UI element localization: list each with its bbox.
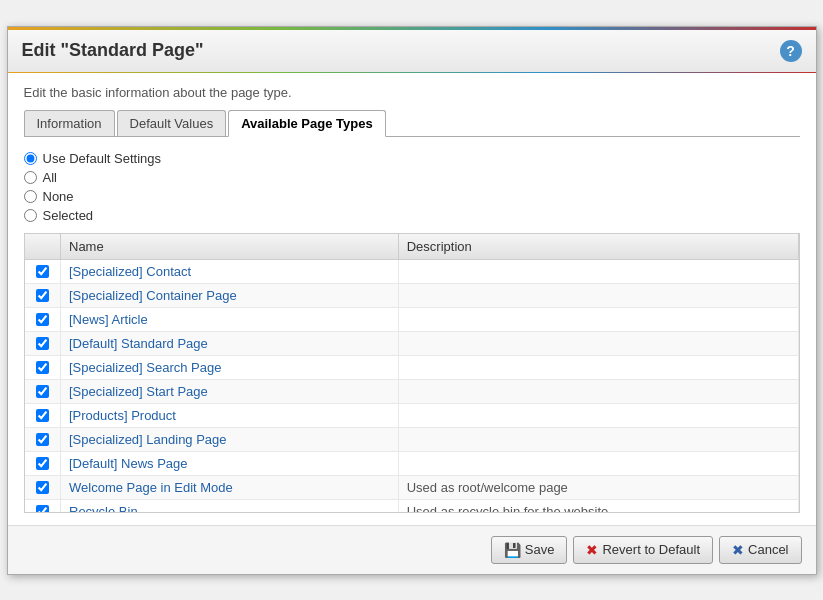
- row-description: [398, 307, 798, 331]
- col-header-checkbox: [25, 234, 61, 260]
- row-checkbox-cell: [25, 283, 61, 307]
- row-name: [Products] Product: [61, 403, 399, 427]
- dialog-footer: 💾 Save ✖ Revert to Default ✖ Cancel: [8, 525, 816, 574]
- table-row: [News] Article: [25, 307, 799, 331]
- row-name: [Default] Standard Page: [61, 331, 399, 355]
- col-header-description: Description: [398, 234, 798, 260]
- row-name: [Default] News Page: [61, 451, 399, 475]
- row-checkbox-cell: [25, 331, 61, 355]
- revert-label: Revert to Default: [602, 542, 700, 557]
- radio-all[interactable]: All: [24, 170, 800, 185]
- row-description: [398, 283, 798, 307]
- row-description: Used as root/welcome page: [398, 475, 798, 499]
- row-description: [398, 403, 798, 427]
- row-checkbox[interactable]: [36, 265, 49, 278]
- save-button[interactable]: 💾 Save: [491, 536, 568, 564]
- row-checkbox-cell: [25, 379, 61, 403]
- row-description: [398, 331, 798, 355]
- revert-icon: ✖: [586, 542, 598, 558]
- row-name: [Specialized] Contact: [61, 259, 399, 283]
- row-checkbox[interactable]: [36, 313, 49, 326]
- row-checkbox-cell: [25, 307, 61, 331]
- cancel-button[interactable]: ✖ Cancel: [719, 536, 801, 564]
- row-description: [398, 259, 798, 283]
- row-name: [Specialized] Search Page: [61, 355, 399, 379]
- row-checkbox[interactable]: [36, 433, 49, 446]
- cancel-icon: ✖: [732, 542, 744, 558]
- row-description: Used as recycle bin for the website: [398, 499, 798, 513]
- row-checkbox-cell: [25, 427, 61, 451]
- cancel-label: Cancel: [748, 542, 788, 557]
- dialog-title: Edit "Standard Page": [22, 40, 204, 61]
- tab-information[interactable]: Information: [24, 110, 115, 136]
- edit-dialog: Edit "Standard Page" ? Edit the basic in…: [7, 26, 817, 575]
- table-row: [Specialized] Start Page: [25, 379, 799, 403]
- row-name: [Specialized] Landing Page: [61, 427, 399, 451]
- dialog-subtitle: Edit the basic information about the pag…: [24, 85, 800, 100]
- row-checkbox[interactable]: [36, 337, 49, 350]
- table-row: [Default] News Page: [25, 451, 799, 475]
- revert-button[interactable]: ✖ Revert to Default: [573, 536, 713, 564]
- tab-available-page-types[interactable]: Available Page Types: [228, 110, 386, 137]
- help-icon[interactable]: ?: [780, 40, 802, 62]
- row-checkbox[interactable]: [36, 481, 49, 494]
- row-checkbox[interactable]: [36, 505, 49, 513]
- row-description: [398, 427, 798, 451]
- table-row: [Specialized] Landing Page: [25, 427, 799, 451]
- row-checkbox-cell: [25, 355, 61, 379]
- dialog-header: Edit "Standard Page" ?: [8, 27, 816, 73]
- row-checkbox[interactable]: [36, 361, 49, 374]
- row-checkbox-cell: [25, 403, 61, 427]
- radio-use-default[interactable]: Use Default Settings: [24, 151, 800, 166]
- table-row: [Products] Product: [25, 403, 799, 427]
- page-types-table: Name Description [Specialized] Contact[S…: [25, 234, 799, 513]
- row-name: [News] Article: [61, 307, 399, 331]
- table-row: [Specialized] Search Page: [25, 355, 799, 379]
- row-checkbox-cell: [25, 451, 61, 475]
- page-types-table-container: Name Description [Specialized] Contact[S…: [24, 233, 800, 513]
- dialog-body: Edit the basic information about the pag…: [8, 73, 816, 525]
- radio-selected[interactable]: Selected: [24, 208, 800, 223]
- row-name: Welcome Page in Edit Mode: [61, 475, 399, 499]
- tab-default-values[interactable]: Default Values: [117, 110, 227, 136]
- row-name: [Specialized] Start Page: [61, 379, 399, 403]
- row-checkbox-cell: [25, 259, 61, 283]
- row-checkbox[interactable]: [36, 409, 49, 422]
- row-checkbox[interactable]: [36, 385, 49, 398]
- table-row: Welcome Page in Edit ModeUsed as root/we…: [25, 475, 799, 499]
- row-name: Recycle Bin: [61, 499, 399, 513]
- row-description: [398, 355, 798, 379]
- table-header-row: Name Description: [25, 234, 799, 260]
- table-row: [Specialized] Contact: [25, 259, 799, 283]
- row-description: [398, 379, 798, 403]
- radio-group: Use Default Settings All None Selected: [24, 151, 800, 223]
- row-checkbox[interactable]: [36, 457, 49, 470]
- row-name: [Specialized] Container Page: [61, 283, 399, 307]
- save-label: Save: [525, 542, 555, 557]
- col-header-name: Name: [61, 234, 399, 260]
- table-row: [Specialized] Container Page: [25, 283, 799, 307]
- save-icon: 💾: [504, 542, 521, 558]
- row-checkbox-cell: [25, 475, 61, 499]
- row-checkbox[interactable]: [36, 289, 49, 302]
- table-row: Recycle BinUsed as recycle bin for the w…: [25, 499, 799, 513]
- radio-none[interactable]: None: [24, 189, 800, 204]
- row-checkbox-cell: [25, 499, 61, 513]
- row-description: [398, 451, 798, 475]
- tabs-container: Information Default Values Available Pag…: [24, 110, 800, 137]
- table-row: [Default] Standard Page: [25, 331, 799, 355]
